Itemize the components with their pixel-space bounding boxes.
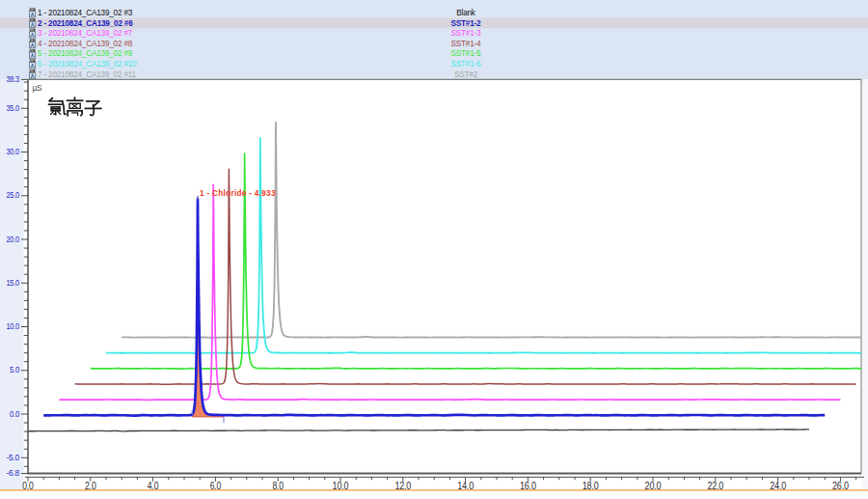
svg-text:-5.0: -5.0 [6,454,19,462]
svg-text:15.0: 15.0 [6,279,19,288]
svg-text:0.0: 0.0 [22,481,34,491]
svg-text:30.0: 30.0 [6,148,19,156]
svg-text:5 - 20210824_CA139_02 #9: 5 - 20210824_CA139_02 #9 [38,49,133,58]
svg-text:6 - 20210824_CA139_02 #10: 6 - 20210824_CA139_02 #10 [38,60,137,69]
svg-text:0.0: 0.0 [10,410,20,419]
svg-text:µS: µS [33,84,43,93]
svg-text:-6.8: -6.8 [6,469,19,478]
svg-text:22.0: 22.0 [707,481,723,491]
svg-text:14.0: 14.0 [457,481,474,491]
svg-text:20.0: 20.0 [6,236,19,244]
svg-text:SST#1-2: SST#1-2 [451,19,482,28]
svg-text:SST#2: SST#2 [454,70,478,79]
svg-text:1 - 20210824_CA139_02 #3: 1 - 20210824_CA139_02 #3 [38,9,133,17]
svg-text:1 - Chloride - 4.933: 1 - Chloride - 4.933 [200,189,276,198]
svg-text:SST#1-3: SST#1-3 [451,29,482,38]
svg-text:3 - 20210824_CA139_02 #7: 3 - 20210824_CA139_02 #7 [38,29,133,38]
svg-text:10.0: 10.0 [333,481,349,491]
svg-text:2.0: 2.0 [85,481,96,491]
svg-text:4.0: 4.0 [148,481,159,491]
svg-text:7 - 20210824_CA139_02 #11: 7 - 20210824_CA139_02 #11 [38,70,136,79]
svg-text:SST#1-4: SST#1-4 [451,40,482,48]
svg-text:Blank: Blank [456,9,476,17]
svg-text:12.0: 12.0 [394,481,411,491]
svg-text:18.0: 18.0 [583,481,599,491]
svg-text:25.0: 25.0 [6,191,19,200]
svg-text:SST#1-6: SST#1-6 [451,60,482,69]
svg-text:SST#1-5: SST#1-5 [451,49,482,58]
svg-text:8.0: 8.0 [272,481,284,491]
svg-text:26.0: 26.0 [832,481,849,491]
svg-text:24.0: 24.0 [770,481,786,491]
svg-text:6.0: 6.0 [210,481,222,491]
svg-text:16.0: 16.0 [520,481,536,491]
svg-text:35.0: 35.0 [6,104,19,113]
svg-text:5.0: 5.0 [10,366,20,374]
svg-text:20.0: 20.0 [645,481,662,491]
svg-text:4 - 20210824_CA139_02 #8: 4 - 20210824_CA139_02 #8 [38,40,133,48]
svg-text:2 - 20210824_CA139_02 #6: 2 - 20210824_CA139_02 #6 [38,19,133,28]
svg-text:38.3: 38.3 [6,75,19,84]
svg-text:10.0: 10.0 [6,322,19,331]
